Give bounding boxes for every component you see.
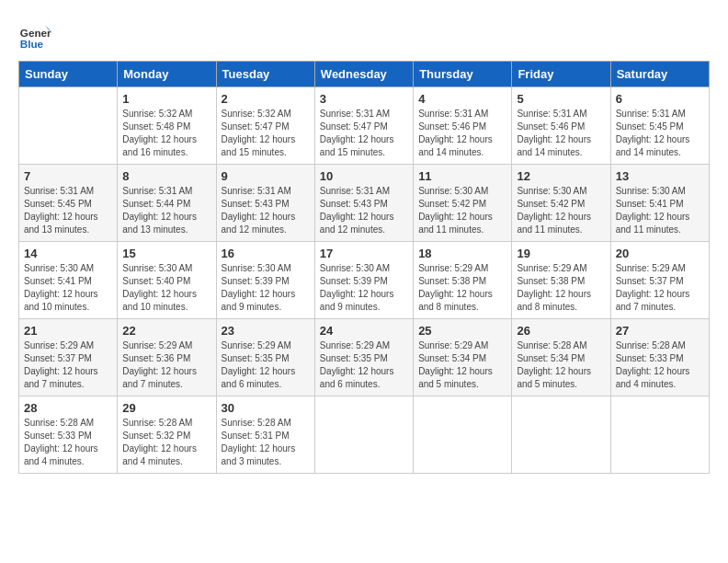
column-header-tuesday: Tuesday (216, 62, 314, 87)
day-info: Sunrise: 5:31 AM Sunset: 5:43 PM Dayligh… (320, 185, 408, 236)
day-number: 6 (616, 92, 704, 106)
column-header-friday: Friday (512, 62, 610, 87)
day-info: Sunrise: 5:30 AM Sunset: 5:42 PM Dayligh… (517, 185, 605, 236)
day-number: 3 (320, 92, 408, 106)
day-number: 18 (418, 247, 506, 260)
day-number: 15 (122, 247, 210, 260)
day-number: 20 (616, 247, 704, 260)
day-number: 11 (418, 169, 506, 183)
day-info: Sunrise: 5:31 AM Sunset: 5:46 PM Dayligh… (517, 108, 605, 159)
calendar-cell: 7Sunrise: 5:31 AM Sunset: 5:45 PM Daylig… (19, 165, 118, 242)
calendar-cell: 23Sunrise: 5:29 AM Sunset: 5:35 PM Dayli… (216, 319, 314, 396)
calendar-cell: 24Sunrise: 5:29 AM Sunset: 5:35 PM Dayli… (314, 319, 413, 396)
day-info: Sunrise: 5:28 AM Sunset: 5:33 PM Dayligh… (24, 417, 112, 468)
day-info: Sunrise: 5:29 AM Sunset: 5:37 PM Dayligh… (616, 262, 704, 314)
calendar-cell (610, 396, 709, 474)
calendar-cell: 29Sunrise: 5:28 AM Sunset: 5:32 PM Dayli… (118, 396, 216, 474)
column-header-saturday: Saturday (610, 62, 709, 87)
day-info: Sunrise: 5:30 AM Sunset: 5:40 PM Dayligh… (122, 262, 210, 314)
calendar-cell: 5Sunrise: 5:31 AM Sunset: 5:46 PM Daylig… (512, 87, 610, 165)
calendar-cell: 6Sunrise: 5:31 AM Sunset: 5:45 PM Daylig… (610, 87, 709, 165)
day-number: 21 (24, 324, 112, 338)
day-info: Sunrise: 5:28 AM Sunset: 5:32 PM Dayligh… (122, 417, 210, 468)
calendar-cell: 17Sunrise: 5:30 AM Sunset: 5:39 PM Dayli… (314, 242, 413, 319)
day-info: Sunrise: 5:30 AM Sunset: 5:41 PM Dayligh… (24, 262, 112, 314)
calendar-header-row: SundayMondayTuesdayWednesdayThursdayFrid… (19, 62, 710, 87)
calendar-cell: 3Sunrise: 5:31 AM Sunset: 5:47 PM Daylig… (314, 87, 413, 165)
calendar-cell (19, 87, 118, 165)
day-number: 5 (517, 92, 605, 106)
calendar-cell: 21Sunrise: 5:29 AM Sunset: 5:37 PM Dayli… (19, 319, 118, 396)
day-number: 1 (122, 92, 210, 106)
calendar-cell: 10Sunrise: 5:31 AM Sunset: 5:43 PM Dayli… (314, 165, 413, 242)
day-number: 28 (24, 401, 112, 415)
calendar-cell (512, 396, 610, 474)
calendar-cell: 1Sunrise: 5:32 AM Sunset: 5:48 PM Daylig… (118, 87, 216, 165)
calendar-cell: 30Sunrise: 5:28 AM Sunset: 5:31 PM Dayli… (216, 396, 314, 474)
day-info: Sunrise: 5:29 AM Sunset: 5:34 PM Dayligh… (418, 339, 506, 391)
day-number: 19 (517, 247, 605, 260)
logo: General Blue (18, 18, 51, 52)
column-header-wednesday: Wednesday (314, 62, 413, 87)
week-row-5: 28Sunrise: 5:28 AM Sunset: 5:33 PM Dayli… (19, 396, 710, 474)
day-number: 22 (122, 324, 210, 338)
day-number: 26 (517, 324, 605, 338)
day-info: Sunrise: 5:28 AM Sunset: 5:33 PM Dayligh… (616, 339, 704, 391)
week-row-3: 14Sunrise: 5:30 AM Sunset: 5:41 PM Dayli… (19, 242, 710, 319)
calendar-cell: 18Sunrise: 5:29 AM Sunset: 5:38 PM Dayli… (414, 242, 512, 319)
calendar-cell: 9Sunrise: 5:31 AM Sunset: 5:43 PM Daylig… (216, 165, 314, 242)
day-number: 9 (222, 169, 310, 183)
calendar-cell: 16Sunrise: 5:30 AM Sunset: 5:39 PM Dayli… (216, 242, 314, 319)
calendar-cell: 22Sunrise: 5:29 AM Sunset: 5:36 PM Dayli… (118, 319, 216, 396)
week-row-1: 1Sunrise: 5:32 AM Sunset: 5:48 PM Daylig… (19, 87, 710, 165)
day-number: 17 (320, 247, 408, 260)
day-info: Sunrise: 5:31 AM Sunset: 5:43 PM Dayligh… (222, 185, 310, 236)
day-number: 25 (418, 324, 506, 338)
column-header-sunday: Sunday (19, 62, 118, 87)
day-info: Sunrise: 5:31 AM Sunset: 5:46 PM Dayligh… (418, 108, 506, 159)
calendar-cell: 26Sunrise: 5:28 AM Sunset: 5:34 PM Dayli… (512, 319, 610, 396)
day-number: 7 (24, 169, 112, 183)
day-number: 12 (517, 169, 605, 183)
calendar-cell: 19Sunrise: 5:29 AM Sunset: 5:38 PM Dayli… (512, 242, 610, 319)
day-info: Sunrise: 5:31 AM Sunset: 5:47 PM Dayligh… (320, 108, 408, 159)
calendar-cell (314, 396, 413, 474)
week-row-2: 7Sunrise: 5:31 AM Sunset: 5:45 PM Daylig… (19, 165, 710, 242)
day-info: Sunrise: 5:28 AM Sunset: 5:34 PM Dayligh… (517, 339, 605, 391)
day-info: Sunrise: 5:32 AM Sunset: 5:47 PM Dayligh… (222, 108, 310, 159)
day-number: 13 (616, 169, 704, 183)
day-info: Sunrise: 5:30 AM Sunset: 5:41 PM Dayligh… (616, 185, 704, 236)
day-number: 4 (418, 92, 506, 106)
week-row-4: 21Sunrise: 5:29 AM Sunset: 5:37 PM Dayli… (19, 319, 710, 396)
column-header-monday: Monday (118, 62, 216, 87)
logo-icon: General Blue (18, 18, 51, 52)
calendar-cell: 8Sunrise: 5:31 AM Sunset: 5:44 PM Daylig… (118, 165, 216, 242)
day-info: Sunrise: 5:29 AM Sunset: 5:35 PM Dayligh… (320, 339, 408, 391)
calendar-cell: 28Sunrise: 5:28 AM Sunset: 5:33 PM Dayli… (19, 396, 118, 474)
day-info: Sunrise: 5:32 AM Sunset: 5:48 PM Dayligh… (122, 108, 210, 159)
calendar-cell (414, 396, 512, 474)
calendar-cell: 4Sunrise: 5:31 AM Sunset: 5:46 PM Daylig… (414, 87, 512, 165)
calendar-cell: 13Sunrise: 5:30 AM Sunset: 5:41 PM Dayli… (610, 165, 709, 242)
day-number: 23 (222, 324, 310, 338)
day-number: 2 (222, 92, 310, 106)
day-info: Sunrise: 5:31 AM Sunset: 5:45 PM Dayligh… (616, 108, 704, 159)
day-number: 24 (320, 324, 408, 338)
day-info: Sunrise: 5:29 AM Sunset: 5:38 PM Dayligh… (517, 262, 605, 314)
calendar-cell: 20Sunrise: 5:29 AM Sunset: 5:37 PM Dayli… (610, 242, 709, 319)
day-info: Sunrise: 5:28 AM Sunset: 5:31 PM Dayligh… (222, 417, 310, 468)
day-info: Sunrise: 5:29 AM Sunset: 5:35 PM Dayligh… (222, 339, 310, 391)
day-info: Sunrise: 5:30 AM Sunset: 5:39 PM Dayligh… (222, 262, 310, 314)
calendar-body: 1Sunrise: 5:32 AM Sunset: 5:48 PM Daylig… (19, 87, 710, 474)
calendar-cell: 15Sunrise: 5:30 AM Sunset: 5:40 PM Dayli… (118, 242, 216, 319)
header: General Blue (18, 18, 710, 52)
day-number: 30 (222, 401, 310, 415)
calendar-cell: 27Sunrise: 5:28 AM Sunset: 5:33 PM Dayli… (610, 319, 709, 396)
day-number: 14 (24, 247, 112, 260)
column-header-thursday: Thursday (414, 62, 512, 87)
calendar-table: SundayMondayTuesdayWednesdayThursdayFrid… (18, 61, 710, 474)
day-info: Sunrise: 5:29 AM Sunset: 5:38 PM Dayligh… (418, 262, 506, 314)
day-info: Sunrise: 5:30 AM Sunset: 5:39 PM Dayligh… (320, 262, 408, 314)
day-info: Sunrise: 5:31 AM Sunset: 5:45 PM Dayligh… (24, 185, 112, 236)
day-number: 27 (616, 324, 704, 338)
